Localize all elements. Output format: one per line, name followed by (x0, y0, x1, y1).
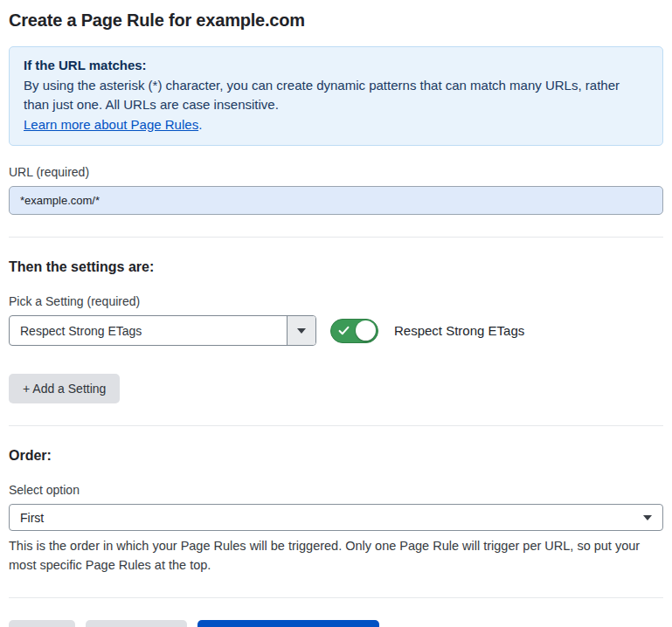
page-rule-form: Create a Page Rule for example.com If th… (0, 0, 672, 627)
save-as-draft-button[interactable]: Save as Draft (86, 620, 188, 627)
divider-url-settings (9, 237, 663, 238)
respect-strong-etags-toggle[interactable] (330, 319, 378, 343)
setting-select-arrow-button[interactable] (287, 316, 315, 345)
order-select-value: First (20, 511, 44, 525)
page-title: Create a Page Rule for example.com (9, 10, 663, 31)
learn-more-link[interactable]: Learn more about Page Rules (24, 117, 198, 132)
toggle-label: Respect Strong ETags (394, 323, 524, 338)
order-help-text: This is the order in which your Page Rul… (9, 537, 663, 575)
footer-actions: Cancel Save as Draft Save and Deploy Pag… (9, 620, 663, 627)
url-label: URL (required) (9, 165, 663, 179)
setting-select-value: Respect Strong ETags (10, 316, 287, 345)
chevron-down-icon (297, 328, 306, 334)
link-period: . (198, 117, 202, 132)
info-box-heading: If the URL matches: (24, 56, 648, 76)
chevron-down-icon (643, 515, 652, 520)
info-box-link-line: Learn more about Page Rules. (24, 115, 648, 135)
url-match-info-box: If the URL matches: By using the asteris… (9, 46, 663, 146)
divider-settings-order (9, 425, 663, 426)
setting-select[interactable]: Respect Strong ETags (9, 315, 316, 346)
check-icon (338, 325, 350, 336)
pick-setting-label: Pick a Setting (required) (9, 294, 663, 308)
order-select-label: Select option (9, 483, 663, 497)
url-input[interactable] (9, 186, 663, 215)
divider-order-footer (9, 597, 663, 598)
cancel-button[interactable]: Cancel (9, 620, 75, 627)
setting-row: Respect Strong ETags Respect Strong ETag… (9, 315, 663, 346)
settings-section-heading: Then the settings are: (9, 259, 663, 275)
order-section-heading: Order: (9, 448, 663, 464)
toggle-knob (356, 320, 376, 341)
save-and-deploy-button[interactable]: Save and Deploy Page Rule (197, 620, 379, 627)
info-box-body: By using the asterisk (*) character, you… (24, 76, 648, 115)
add-setting-button[interactable]: + Add a Setting (9, 374, 120, 403)
order-select[interactable]: First (9, 504, 663, 531)
